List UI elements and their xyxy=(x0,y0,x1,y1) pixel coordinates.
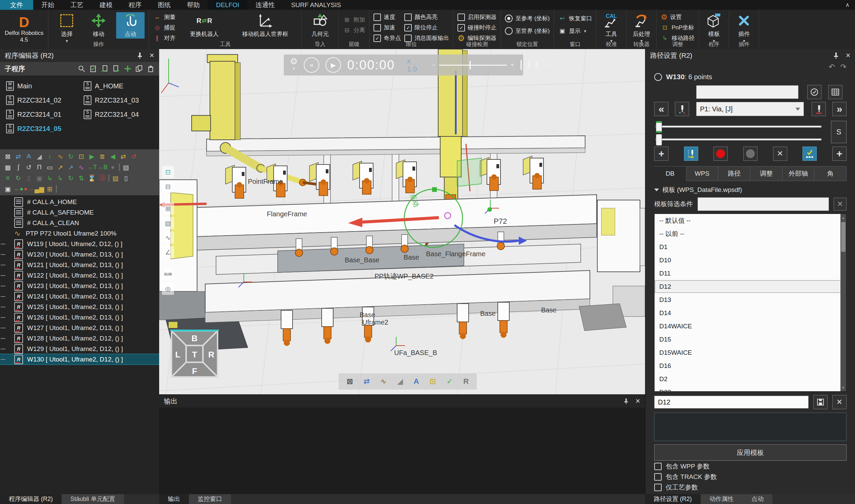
import-program-icon[interactable] xyxy=(101,65,108,72)
stop-on-collision-checkbox[interactable]: 碰撞时停止 xyxy=(458,23,496,33)
subprogram-item[interactable]: S A_HOME xyxy=(79,81,157,91)
program-statement[interactable]: W124 [ Utool1, Uframe2, D13, () ] xyxy=(0,291,159,302)
menu-item[interactable]: 建模 xyxy=(91,0,121,10)
align-lines-icon[interactable]: ≡ xyxy=(3,174,12,182)
swap-robot-button[interactable]: R⇄R 更换机器人 xyxy=(179,12,230,39)
program-statement[interactable]: W126 [ Utool1, Uframe2, D13, () ] xyxy=(0,312,159,323)
slope-graph-icon[interactable]: ◢ xyxy=(35,152,44,161)
snap-button[interactable]: ◎捕捉 xyxy=(153,23,175,33)
point-name-input[interactable] xyxy=(696,85,799,99)
settings-button[interactable]: ⚙设置 xyxy=(661,12,695,22)
dock-tab[interactable]: 监控窗口 xyxy=(189,494,231,504)
play-button[interactable]: ▶ xyxy=(325,57,341,73)
dock-tab[interactable]: 输出 xyxy=(159,494,189,504)
search-icon[interactable] xyxy=(78,65,85,72)
dock-tab[interactable]: 点动 xyxy=(743,494,772,504)
dimension-icon[interactable]: A xyxy=(413,377,419,386)
confirm-button[interactable] xyxy=(807,85,821,99)
enable-detector-checkbox[interactable]: 启用探测器 xyxy=(458,12,496,22)
copy-icon[interactable] xyxy=(136,65,143,72)
path-points-icon[interactable]: ∿ xyxy=(380,377,386,386)
folder-icon[interactable]: ▭ xyxy=(46,163,54,172)
to-tool-icon[interactable]: →T xyxy=(87,163,96,172)
subprogram-item[interactable]: S R2ZC3214_03 xyxy=(79,95,157,105)
frame-box-icon[interactable]: ⊡ xyxy=(77,152,86,161)
previous-point-button[interactable]: « xyxy=(654,102,669,116)
add-icon[interactable] xyxy=(124,65,131,72)
template-list-item[interactable]: D1 xyxy=(655,240,846,253)
insert-point-icon[interactable]: ↓ xyxy=(46,152,54,161)
wait-icon[interactable]: ⌛ xyxy=(87,174,96,182)
circular-icon[interactable]: ↻ xyxy=(14,174,23,182)
paste-icon[interactable]: ▯ xyxy=(24,174,33,182)
select-area-icon[interactable]: ⊟ xyxy=(162,180,174,193)
subprogram-item[interactable]: S R2ZC3214_01 xyxy=(2,110,79,119)
menu-item[interactable]: 图纸 xyxy=(150,0,179,10)
restore-window-button[interactable]: ↩恢复窗口 xyxy=(558,14,592,23)
template-list-item[interactable]: D14WAICE xyxy=(655,320,846,333)
program-statement[interactable]: W127 [ Utool1, Uframe2, D13, () ] xyxy=(0,323,159,333)
point-radio[interactable] xyxy=(654,73,662,81)
lock-to-reference-radio[interactable]: 至参考 (坐标) xyxy=(505,14,550,23)
color-highlight-checkbox[interactable]: 颜色高亮 xyxy=(404,12,449,22)
frame-icon[interactable]: ⊡ xyxy=(430,377,436,386)
apply-template-button[interactable]: 应用模板 xyxy=(654,445,847,461)
jog-robot-button[interactable] xyxy=(684,147,698,161)
jog-to-point-button[interactable] xyxy=(812,102,826,116)
pin-icon[interactable] xyxy=(624,398,628,404)
dock-tab[interactable]: 动作属性 xyxy=(700,494,743,504)
slider-track-1[interactable] xyxy=(656,126,821,128)
refresh-icon[interactable]: ⇅ xyxy=(77,174,86,182)
sub-icon[interactable]: SUB xyxy=(162,268,174,280)
subprogram-item[interactable]: M Main xyxy=(2,81,79,91)
menu-item[interactable]: DELFOI xyxy=(208,0,248,10)
subprogram-item[interactable]: S R2ZC3214_04 xyxy=(79,110,157,119)
stop-icon[interactable]: Ⓢ xyxy=(98,174,107,182)
template-list-item[interactable]: D12 xyxy=(655,280,846,293)
run-settings-icon[interactable]: ≣ xyxy=(98,152,107,161)
move-button[interactable]: 移动 xyxy=(84,12,113,39)
template-list-item[interactable]: D14 xyxy=(655,306,846,320)
menu-item[interactable]: 工艺 xyxy=(62,0,91,10)
settings-tab[interactable]: 路径 xyxy=(718,166,750,181)
settings-tab[interactable]: DB xyxy=(654,166,687,181)
export-pdf-icon[interactable] xyxy=(520,60,522,70)
limit-stop-checkbox[interactable]: 限位停止 xyxy=(404,23,449,33)
program-statement[interactable]: W119 [ Utool1, Uframe2, D12, () ] xyxy=(0,239,159,249)
table-view-button[interactable] xyxy=(828,85,842,99)
branch-alt-icon[interactable]: ↳ xyxy=(56,174,65,182)
point-type-dropdown[interactable]: P1: Via, [J] xyxy=(696,102,804,116)
jog-button[interactable]: 点动 xyxy=(116,12,145,39)
menu-item[interactable]: 文件 xyxy=(0,0,33,10)
speed-checkbox[interactable]: 速度 xyxy=(374,12,401,22)
speed-minus-button[interactable]: − xyxy=(432,61,436,69)
loop-icon[interactable]: ↻ xyxy=(66,174,75,182)
to-base-icon[interactable]: →B xyxy=(98,163,107,172)
template-list-item[interactable]: D11 xyxy=(655,267,846,280)
pin-icon[interactable] xyxy=(833,52,839,59)
template-list-item[interactable]: -- 默认值 -- xyxy=(655,214,846,227)
record-disabled-button[interactable] xyxy=(743,147,758,161)
save-template-button[interactable] xyxy=(813,395,827,409)
collapse-icon[interactable] xyxy=(654,188,659,191)
collapse-ribbon-icon[interactable]: ∧ xyxy=(845,1,850,8)
menu-item[interactable]: 开始 xyxy=(33,0,62,10)
subprogram-item[interactable]: S R2ZC3214_02 xyxy=(2,95,79,105)
apply-points-button[interactable] xyxy=(802,147,817,161)
document-icon[interactable]: ▯ xyxy=(122,174,130,182)
slider-handle-1[interactable] xyxy=(656,121,662,133)
dock-tab[interactable]: Stäubli 单元配置 xyxy=(61,494,124,504)
record-video-icon[interactable] xyxy=(528,61,529,69)
conveyor-icon[interactable]: ⇄ xyxy=(119,152,128,161)
delete-template-button[interactable]: ✕ xyxy=(832,395,847,409)
delete-icon[interactable] xyxy=(147,65,155,72)
move-world-frame-button[interactable]: 移动机器人世界框 xyxy=(233,12,297,39)
program-statement[interactable]: PTP P72 Utool1 Uframe2 100% xyxy=(0,228,159,239)
robot-icon[interactable]: R xyxy=(463,377,469,386)
scroll-down-icon[interactable]: ▼ xyxy=(840,384,846,391)
detach-button[interactable]: ⊟分离 xyxy=(343,25,365,35)
slider-handle-2[interactable] xyxy=(656,134,662,146)
play-icon[interactable]: ▶ xyxy=(87,152,96,161)
copy-dim-icon[interactable]: ▣ xyxy=(35,174,44,182)
speed-plus-button[interactable]: + xyxy=(510,61,514,69)
